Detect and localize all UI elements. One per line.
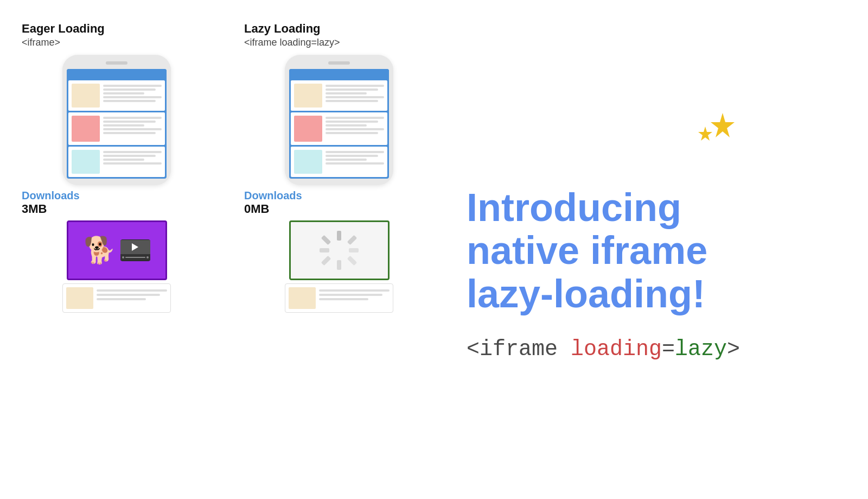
svg-rect-3 [349,248,359,252]
headline-line1: Introducing [467,186,846,229]
eager-card-1 [68,80,165,111]
lazy-card-lines-2 [326,116,384,134]
ctrl-dot [122,256,124,258]
ctrl-dot-2 [146,256,149,258]
sparkle-svg [694,110,738,148]
line [103,159,144,161]
headline-line2: native iframe [467,229,846,272]
lazy-downloads-size: 0MB [244,202,269,216]
headline: Introducing native iframe lazy-loading! [467,186,846,315]
lazy-downloads-label: Downloads [244,190,302,202]
lazy-card-lines-3 [326,150,384,165]
sparkle-area [467,137,846,170]
spinner-icon [317,229,361,272]
line [103,128,162,130]
line [326,128,384,130]
line [326,121,378,123]
card-image-1 [72,84,100,108]
line [97,298,146,300]
lazy-card-image-2 [294,116,322,142]
lazy-phone-screen [289,69,389,179]
main-container: Eager Loading <iframe> [0,0,868,499]
svg-rect-0 [337,231,341,241]
card-image-3 [72,150,100,174]
line [326,162,384,165]
card-lines-3 [103,150,162,165]
svg-rect-2 [320,248,329,252]
video-screen [120,240,150,254]
eager-subtitle: <iframe> [22,37,212,48]
eager-iframe-preview: 🐕 [67,220,167,280]
line [103,100,156,102]
svg-rect-6 [321,256,331,266]
below-card-lines [97,287,167,309]
lazy-card-image-3 [294,150,322,174]
svg-rect-1 [337,260,341,270]
eager-card-2 [68,112,165,145]
line [319,298,368,300]
line [326,132,378,134]
line [97,294,160,296]
ctrl-bar [125,257,145,258]
lazy-title: Lazy Loading [244,22,434,36]
lazy-card-2 [291,112,387,145]
code-loading-attr: loading [571,337,662,362]
line [97,289,167,292]
eager-header: Eager Loading <iframe> [22,22,212,48]
line [103,121,156,123]
phone-header-bar-lazy [289,69,389,79]
svg-rect-7 [347,256,357,266]
eager-downloads-size: 3MB [22,202,47,216]
line [326,155,378,157]
line [319,294,382,296]
lazy-below-card-lines [319,287,390,309]
code-equals: = [662,337,675,362]
lazy-subtitle: <iframe loading=lazy> [244,37,434,48]
lazy-downloads-section: Downloads 0MB [244,190,434,216]
line [103,92,144,94]
video-player-icon [120,239,150,261]
phone-speaker-lazy [328,61,350,65]
right-section: Introducing native iframe lazy-loading! … [456,16,846,483]
card-image-2 [72,116,100,142]
lazy-iframe-box [289,220,390,280]
eager-title: Eager Loading [22,22,212,36]
line [103,96,162,98]
below-card-img [66,287,93,309]
line [326,151,384,153]
lazy-below-strip [285,283,393,313]
lazy-header: Lazy Loading <iframe loading=lazy> [244,22,434,48]
eager-phone-mockup [62,55,171,185]
eager-phone-screen [67,69,167,179]
eager-downloads-section: Downloads 3MB [22,190,212,216]
line [326,89,378,91]
line [103,85,162,87]
eager-card-3 [68,147,165,177]
svg-rect-5 [347,235,357,245]
lazy-card-3 [291,147,387,177]
line [103,155,156,157]
lazy-phone-mockup [285,55,393,185]
line [326,85,384,87]
code-snippet: <iframe loading=lazy> [467,337,846,362]
lazy-below-card-img [289,287,316,309]
video-controls [120,254,150,261]
lazy-card-image-1 [294,84,322,108]
line [103,162,162,165]
line [319,289,390,292]
line [326,159,367,161]
line [103,124,144,127]
code-iframe-part: <iframe [467,337,571,362]
phone-header-bar [67,69,167,79]
code-lazy-value: lazy [675,337,727,362]
line [326,117,384,119]
line [103,117,162,119]
left-section: Eager Loading <iframe> [22,16,434,483]
sparkle-small-icon [698,127,712,141]
code-close: > [727,337,740,362]
line [103,89,156,91]
lazy-iframe-preview [289,220,390,280]
headline-line3: lazy-loading! [467,273,846,315]
sparkle-big-icon [711,113,735,137]
play-button-icon [132,243,138,251]
